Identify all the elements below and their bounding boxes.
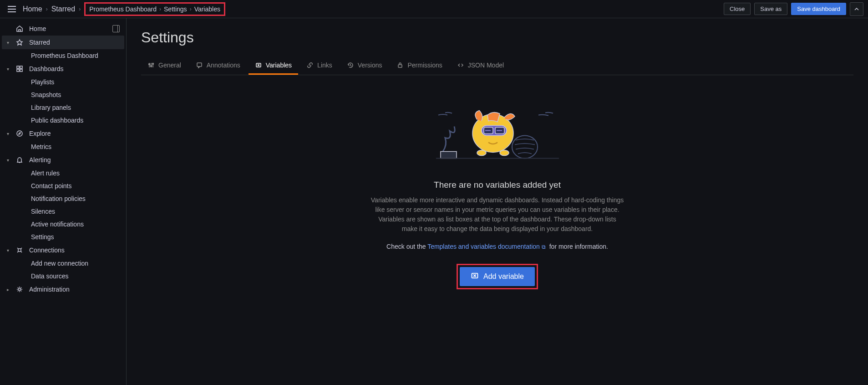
sidebar-item-label: Alert rules <box>31 169 60 177</box>
svg-point-4 <box>17 131 22 136</box>
sidebar-item-snapshots[interactable]: Snapshots <box>2 88 124 101</box>
breadcrumb-dashboard[interactable]: Prometheus Dashboard <box>89 5 157 13</box>
chevron-right-icon: › <box>46 6 48 12</box>
svg-rect-0 <box>17 66 19 68</box>
svg-rect-12 <box>398 65 402 67</box>
tab-annotations[interactable]: Annotations <box>189 57 247 75</box>
comment-icon <box>196 62 203 69</box>
sidebar-item-active-notifications[interactable]: Active notifications <box>2 218 124 231</box>
code-icon <box>457 62 464 69</box>
svg-rect-13 <box>441 152 457 159</box>
lock-icon <box>396 62 404 69</box>
docs-link[interactable]: Templates and variables documentation <box>427 243 540 250</box>
breadcrumb-settings[interactable]: Settings <box>164 5 187 13</box>
sidebar-item-label: Active notifications <box>31 221 84 228</box>
tab-label: Variables <box>266 62 292 69</box>
sliders-icon <box>147 62 155 69</box>
menu-button[interactable] <box>5 2 19 16</box>
tab-label: JSON Model <box>468 62 504 69</box>
sidebar-item-alerting[interactable]: ▾ Alerting <box>2 153 124 167</box>
tab-links[interactable]: Links <box>300 57 339 75</box>
sidebar-item-contact-points[interactable]: Contact points <box>2 180 124 192</box>
dashboard-icon <box>15 65 24 73</box>
collapse-button[interactable] <box>850 2 863 16</box>
svg-rect-10 <box>197 63 202 67</box>
tab-label: Links <box>317 62 332 69</box>
sidebar-item-playlists[interactable]: Playlists <box>2 76 124 88</box>
sidebar-item-explore[interactable]: ▾ Explore <box>2 127 124 140</box>
link-icon <box>306 62 314 69</box>
chevron-down-icon: ▾ <box>5 131 10 136</box>
chevron-down-icon: ▾ <box>5 248 10 253</box>
sidebar-item-home[interactable]: Home <box>2 22 124 36</box>
sidebar-item-label: Public dashboards <box>31 117 83 124</box>
sidebar-item-label: Administration <box>29 286 70 293</box>
empty-state-docs-line: Check out the Templates and variables do… <box>386 243 608 250</box>
sidebar-item-label: Snapshots <box>31 91 61 98</box>
tab-permissions[interactable]: Permissions <box>390 57 448 75</box>
svg-point-6 <box>19 288 21 291</box>
sidebar-item-public-dashboards[interactable]: Public dashboards <box>2 114 124 127</box>
variable-icon <box>255 62 262 69</box>
tab-label: General <box>158 62 181 69</box>
sidebar-item-prometheus-dashboard[interactable]: Prometheus Dashboard <box>2 49 124 62</box>
chevron-down-icon: ▾ <box>5 40 10 45</box>
breadcrumb-variables[interactable]: Variables <box>194 5 220 13</box>
empty-state-title: There are no variables added yet <box>434 180 561 190</box>
sidebar-item-label: Notification policies <box>31 195 86 202</box>
text: Check out the <box>386 243 427 250</box>
hamburger-icon <box>8 6 16 12</box>
tab-label: Permissions <box>407 62 442 69</box>
sidebar-item-starred[interactable]: ▾ Starred <box>2 36 124 49</box>
sidebar-item-connections[interactable]: ▾ Connections <box>2 243 124 257</box>
dock-icon[interactable] <box>112 25 120 32</box>
close-button[interactable]: Close <box>724 3 751 15</box>
tab-versions[interactable]: Versions <box>340 57 389 75</box>
svg-rect-1 <box>20 66 22 68</box>
save-dashboard-button[interactable]: Save dashboard <box>791 3 846 15</box>
home-icon <box>15 25 24 33</box>
add-variable-button[interactable]: Add variable <box>460 267 535 286</box>
tab-label: Versions <box>358 62 382 69</box>
sidebar-item-library-panels[interactable]: Library panels <box>2 101 124 114</box>
sidebar-item-alert-rules[interactable]: Alert rules <box>2 167 124 180</box>
bell-icon <box>15 156 24 164</box>
save-as-button[interactable]: Save as <box>754 3 787 15</box>
sidebar-item-label: Alerting <box>29 156 51 164</box>
plug-icon <box>15 246 24 254</box>
variable-icon <box>471 272 479 282</box>
sidebar-item-label: Add new connection <box>31 260 88 267</box>
svg-point-9 <box>152 63 154 65</box>
gear-icon <box>15 285 24 293</box>
sidebar-item-data-sources[interactable]: Data sources <box>2 270 124 282</box>
sidebar-item-administration[interactable]: ▸ Administration <box>2 282 124 296</box>
tab-general[interactable]: General <box>141 57 188 75</box>
sidebar-item-add-connection[interactable]: Add new connection <box>2 257 124 270</box>
compass-icon <box>15 129 24 138</box>
sidebar-item-label: Contact points <box>31 182 72 190</box>
external-link-icon: ⧉ <box>542 244 546 250</box>
sidebar-item-label: Data sources <box>31 272 68 280</box>
svg-point-7 <box>149 64 150 65</box>
sidebar-item-metrics[interactable]: Metrics <box>2 140 124 153</box>
sidebar-item-silences[interactable]: Silences <box>2 205 124 218</box>
sidebar-item-notification-policies[interactable]: Notification policies <box>2 192 124 205</box>
chevron-down-icon: ▾ <box>5 158 10 163</box>
sidebar-item-dashboards[interactable]: ▾ Dashboards <box>2 62 124 76</box>
tab-json-model[interactable]: JSON Model <box>451 57 510 75</box>
svg-rect-2 <box>17 69 19 72</box>
sidebar: Home ▾ Starred Prometheus Dashboard ▾ Da… <box>0 18 127 385</box>
svg-rect-3 <box>20 69 22 72</box>
tab-variables[interactable]: Variables <box>249 57 298 75</box>
sidebar-item-label: Settings <box>31 233 54 241</box>
sidebar-item-label: Playlists <box>31 78 54 86</box>
sidebar-item-alerting-settings[interactable]: Settings <box>2 231 124 243</box>
star-icon <box>15 38 24 46</box>
chevron-right-icon: › <box>79 6 81 12</box>
empty-state: There are no variables added yet Variabl… <box>141 75 853 289</box>
breadcrumb-starred[interactable]: Starred <box>51 5 75 13</box>
sidebar-item-label: Connections <box>29 246 65 254</box>
sidebar-item-label: Explore <box>29 130 51 137</box>
breadcrumb-home[interactable]: Home <box>23 5 42 13</box>
sidebar-item-label: Starred <box>29 39 50 46</box>
